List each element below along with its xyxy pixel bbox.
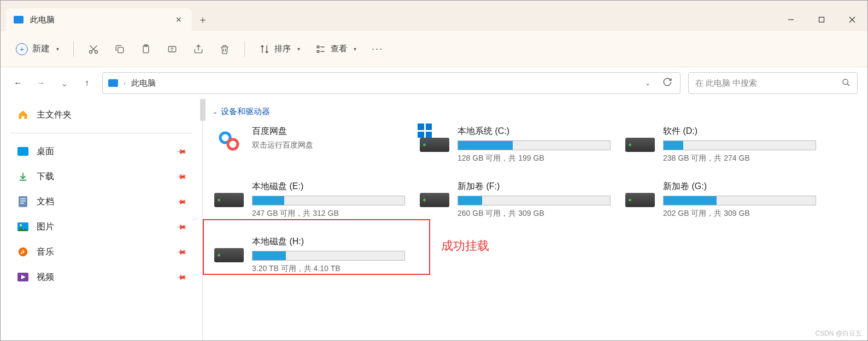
drive-subtitle: 260 GB 可用，共 309 GB	[458, 209, 620, 219]
window-controls	[776, 8, 867, 31]
view-button[interactable]: 查看 ▾	[310, 38, 362, 60]
drive-title: 百度网盘	[252, 126, 415, 137]
recent-dropdown[interactable]: ⌄	[56, 75, 72, 91]
more-button[interactable]: ···	[366, 38, 389, 60]
download-icon	[17, 170, 29, 183]
chevron-right-icon: ›	[124, 80, 126, 86]
paste-button[interactable]	[135, 38, 157, 60]
svg-rect-20	[20, 203, 24, 204]
sidebar-item-label: 视频	[37, 272, 54, 283]
monitor-icon	[14, 16, 24, 23]
chevron-down-icon[interactable]: ⌄	[641, 77, 655, 89]
refresh-button[interactable]	[660, 75, 675, 91]
hdd-icon	[625, 193, 655, 207]
sort-label: 排序	[274, 44, 291, 54]
sidebar-item-label: 音乐	[37, 246, 54, 258]
drive-item[interactable]: 新加卷 (F:) 260 GB 可用，共 309 GB	[417, 179, 623, 221]
maximize-button[interactable]	[806, 8, 837, 31]
new-label: 新建	[32, 43, 50, 55]
search-input[interactable]: 在 此电脑 中搜索	[688, 72, 858, 94]
sidebar-item-pictures[interactable]: 图片 📌	[1, 214, 202, 239]
watermark: CSDN @白豆五	[815, 329, 862, 338]
drive-item[interactable]: 软件 (D:) 238 GB 可用，共 274 GB	[623, 124, 828, 166]
tab-this-pc[interactable]: 此电脑 ✕	[6, 8, 192, 31]
usage-bar	[252, 196, 405, 205]
svg-point-26	[228, 139, 238, 149]
monitor-icon	[108, 79, 118, 87]
section-devices[interactable]: ⌄ 设备和驱动器	[213, 107, 859, 117]
hdd-icon	[214, 248, 244, 262]
copy-button[interactable]	[109, 38, 131, 60]
close-window-button[interactable]	[837, 8, 867, 31]
delete-button[interactable]	[214, 38, 236, 60]
svg-line-15	[847, 84, 849, 86]
titlebar: 此电脑 ✕ ＋	[1, 1, 867, 31]
drive-subtitle: 247 GB 可用，共 312 GB	[252, 209, 415, 219]
breadcrumb: › 此电脑	[124, 78, 635, 89]
svg-rect-16	[17, 147, 28, 156]
home-icon	[17, 109, 29, 121]
hdd-icon	[214, 193, 244, 207]
usage-bar	[252, 251, 405, 261]
pin-icon: 📌	[176, 146, 187, 157]
divider	[73, 42, 74, 57]
sidebar-item-documents[interactable]: 文档 📌	[1, 189, 202, 214]
minimize-button[interactable]	[776, 8, 806, 31]
share-button[interactable]	[187, 38, 209, 60]
chevron-down-icon: ▾	[56, 46, 59, 52]
drive-title: 新加卷 (G:)	[663, 181, 826, 192]
sidebar-item-label: 下载	[37, 171, 54, 183]
sidebar-item-label: 图片	[37, 221, 54, 233]
sidebar-home[interactable]: 主文件夹	[1, 102, 202, 127]
sidebar-item-music[interactable]: 音乐 📌	[1, 239, 202, 264]
content-area: ⌄ 设备和驱动器 百度网盘 双击运行百度网盘 本地系统 (C:) 128 GB …	[203, 99, 867, 341]
chevron-down-icon: ▾	[354, 46, 356, 52]
drive-item[interactable]: 本地磁盘 (E:) 247 GB 可用，共 312 GB	[212, 179, 417, 221]
svg-point-22	[20, 224, 22, 226]
breadcrumb-current[interactable]: 此电脑	[131, 78, 156, 89]
svg-rect-6	[118, 47, 124, 52]
document-icon	[17, 196, 29, 208]
baidu-netdisk-icon	[216, 128, 242, 154]
pin-icon: 📌	[176, 246, 187, 258]
forward-button[interactable]: →	[33, 75, 49, 91]
tab-title: 此电脑	[30, 15, 173, 25]
drive-title: 本地系统 (C:)	[458, 126, 620, 137]
sidebar-item-videos[interactable]: 视频 📌	[1, 264, 202, 290]
drive-item[interactable]: 本地系统 (C:) 128 GB 可用，共 199 GB	[417, 124, 623, 166]
address-bar[interactable]: › 此电脑 ⌄	[102, 72, 681, 94]
drive-subtitle: 3.20 TB 可用，共 4.10 TB	[252, 264, 415, 274]
drive-item[interactable]: 本地磁盘 (H:) 3.20 TB 可用，共 4.10 TB	[212, 234, 417, 276]
svg-rect-10	[317, 46, 319, 48]
svg-rect-18	[20, 198, 26, 199]
usage-bar	[663, 196, 816, 205]
back-button[interactable]: ←	[10, 75, 26, 91]
view-label: 查看	[331, 44, 347, 54]
search-icon	[842, 78, 851, 89]
drive-subtitle: 双击运行百度网盘	[252, 140, 415, 150]
pin-icon: 📌	[176, 196, 187, 208]
sidebar-item-label: 桌面	[37, 146, 54, 157]
drive-item[interactable]: 新加卷 (G:) 202 GB 可用，共 309 GB	[623, 179, 828, 221]
usage-bar	[663, 140, 816, 150]
sidebar-item-desktop[interactable]: 桌面 📌	[1, 139, 202, 164]
drive-title: 本地磁盘 (H:)	[252, 236, 415, 248]
drive-subtitle: 128 GB 可用，共 199 GB	[458, 154, 620, 163]
new-tab-button[interactable]: ＋	[192, 8, 214, 31]
drive-title: 软件 (D:)	[663, 126, 826, 137]
hdd-icon	[420, 193, 449, 207]
pictures-icon	[17, 221, 29, 233]
new-button[interactable]: + 新建 ▾	[10, 38, 64, 60]
sidebar-item-downloads[interactable]: 下载 📌	[1, 164, 202, 189]
usage-bar	[458, 196, 611, 205]
hdd-icon	[625, 138, 655, 152]
separator	[10, 133, 192, 133]
up-button[interactable]: ↑	[79, 75, 95, 91]
drive-item[interactable]: 百度网盘 双击运行百度网盘	[212, 124, 417, 166]
sort-button[interactable]: 排序 ▾	[254, 38, 306, 60]
rename-button[interactable]	[161, 38, 183, 60]
chevron-down-icon: ⌄	[213, 108, 218, 115]
close-tab-icon[interactable]: ✕	[173, 13, 184, 26]
svg-rect-1	[819, 17, 824, 22]
cut-button[interactable]	[83, 38, 104, 60]
